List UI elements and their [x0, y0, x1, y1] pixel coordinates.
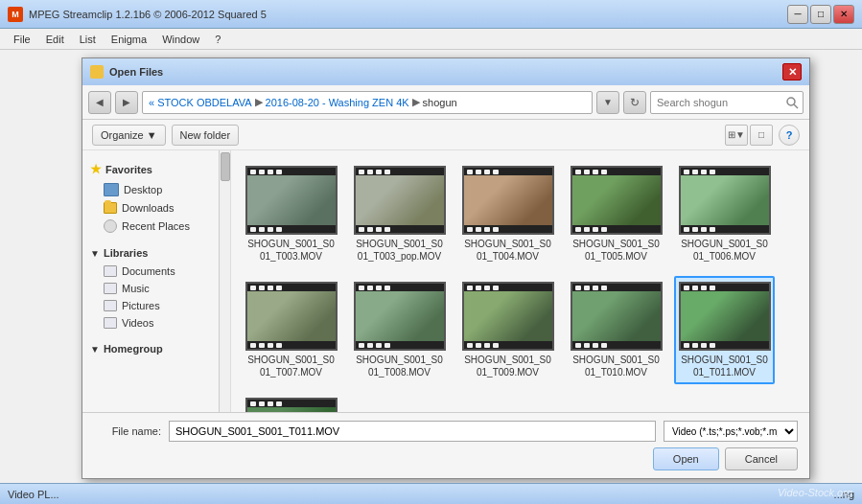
- view-icons-button[interactable]: ⊞▼: [725, 125, 748, 146]
- dialog-close-button[interactable]: ✕: [782, 63, 802, 80]
- menu-enigma[interactable]: Enigma: [104, 32, 154, 47]
- file-name-input[interactable]: [169, 421, 656, 442]
- file-type-select[interactable]: Video (*.ts;*.ps;*.vob;*.mpeg;*.: [664, 421, 798, 442]
- file-name: SHOGUN_S001_S001_T008.MOV: [355, 354, 444, 378]
- status-bar: Video PL... ...ng: [0, 483, 862, 504]
- watermark: Video-Stock.org: [778, 487, 852, 498]
- file-thumbnail: [462, 282, 554, 351]
- libraries-expand-icon: ▼: [90, 248, 100, 259]
- cancel-button[interactable]: Cancel: [725, 447, 798, 470]
- title-bar: M MPEG Streamclip 1.2.1b6 © 2006-2012 Sq…: [0, 0, 862, 29]
- file-grid: SHOGUN_S001_S001_T003.MOV SHOGUN_S001_S0…: [231, 150, 809, 412]
- status-left: Video PL...: [8, 489, 59, 500]
- organize-button[interactable]: Organize ▼: [92, 125, 166, 146]
- file-name: SHOGUN_S001_S001_T003_pop.MOV: [355, 238, 444, 263]
- breadcrumb-dropdown-button[interactable]: ▼: [596, 91, 619, 114]
- app-icon: M: [8, 7, 23, 22]
- address-bar: ◀ ▶ « STOCK OBDELAVA ▶ 2016-08-20 - Wash…: [82, 85, 809, 120]
- file-grid-container[interactable]: SHOGUN_S001_S001_T003.MOV SHOGUN_S001_S0…: [231, 150, 809, 412]
- file-thumbnail: [354, 282, 446, 351]
- videos-icon: [104, 317, 117, 329]
- sidebar-homegroup-header: ▼ Homegroup: [82, 339, 230, 358]
- file-name: SHOGUN_S001_S001_T005.MOV: [571, 238, 661, 263]
- minimize-button[interactable]: ─: [787, 5, 808, 24]
- breadcrumb-current: shogun: [423, 97, 457, 108]
- breadcrumb-part-1[interactable]: « STOCK OBDELAVA: [149, 97, 252, 108]
- close-app-button[interactable]: ✕: [833, 5, 854, 24]
- sidebar-item-desktop[interactable]: Desktop: [82, 180, 230, 199]
- dialog-buttons: Open Cancel: [94, 447, 798, 470]
- file-thumbnail: [679, 282, 771, 351]
- app-title: MPEG Streamclip 1.2.1b6 © 2006-2012 Squa…: [29, 9, 787, 20]
- file-item[interactable]: SHOGUN_S001_S001_T004.MOV: [457, 160, 558, 268]
- sidebar-item-videos[interactable]: Videos: [82, 314, 230, 332]
- file-thumbnail: [245, 282, 338, 351]
- file-item[interactable]: SHOGUN_S001_S001_T003_pop.MOV: [349, 160, 450, 268]
- sidebar-item-documents[interactable]: Documents: [82, 263, 230, 280]
- music-icon: [104, 283, 117, 294]
- sidebar: ★ Favorites Desktop Downloads Recent Pla…: [82, 150, 231, 412]
- new-folder-button[interactable]: New folder: [172, 125, 240, 146]
- open-button[interactable]: Open: [653, 447, 719, 470]
- breadcrumb-part-2[interactable]: 2016-08-20 - Washing ZEN 4K: [266, 97, 409, 108]
- file-item[interactable]: SHOGUN_S001_S001_T009.MOV: [457, 276, 558, 384]
- file-item[interactable]: SHOGUN_S001_S001_T005.MOV: [566, 160, 666, 268]
- sidebar-item-downloads[interactable]: Downloads: [82, 199, 230, 217]
- dialog-icon: [90, 65, 104, 79]
- file-name: SHOGUN_S001_S001_T010.MOV: [571, 354, 661, 378]
- dialog-help-button[interactable]: ?: [779, 125, 800, 146]
- file-thumbnail: [679, 166, 771, 235]
- menu-list[interactable]: List: [72, 32, 104, 47]
- sidebar-item-pictures[interactable]: Pictures: [82, 297, 230, 314]
- menu-help[interactable]: ?: [207, 32, 228, 47]
- file-name: SHOGUN_S001_S001_T006.MOV: [680, 238, 769, 263]
- app-window: M MPEG Streamclip 1.2.1b6 © 2006-2012 Sq…: [0, 0, 862, 504]
- file-item[interactable]: SHOGUN_S001_S001_T007.MOV: [241, 276, 341, 384]
- sidebar-item-recent-places[interactable]: Recent Places: [82, 217, 230, 236]
- open-files-dialog: Open Files ✕ ◀ ▶ « STOCK OBDELAVA ▶ 2016…: [82, 57, 810, 479]
- file-item[interactable]: SHOGUN_S001_S001_T006.MOV: [674, 160, 775, 268]
- file-item[interactable]: SHOGUN_S001_S001_T008.MOV: [349, 276, 450, 384]
- sidebar-item-music[interactable]: Music: [82, 280, 230, 297]
- dialog-title: Open Files: [109, 66, 782, 78]
- sidebar-scrollbar[interactable]: [219, 150, 230, 412]
- file-name-row: File name: Video (*.ts;*.ps;*.vob;*.mpeg…: [94, 421, 798, 442]
- desktop-icon: [104, 183, 119, 196]
- title-bar-buttons: ─ □ ✕: [787, 5, 854, 24]
- menu-window[interactable]: Window: [154, 32, 207, 47]
- file-thumbnail: [571, 166, 663, 235]
- sidebar-favorites-header: ★ Favorites: [82, 158, 230, 180]
- menu-file[interactable]: File: [6, 32, 38, 47]
- downloads-icon: [104, 202, 117, 214]
- file-item[interactable]: SHOGUN_S001_S001_T010.MOV: [566, 276, 666, 384]
- file-name: SHOGUN_S001_S001_T004.MOV: [463, 238, 552, 263]
- view-details-button[interactable]: □: [750, 125, 773, 146]
- forward-button[interactable]: ▶: [115, 91, 138, 114]
- view-buttons: ⊞▼ □: [725, 125, 773, 146]
- file-item[interactable]: SHOGUN_S001_S001_T003.MOV: [241, 160, 341, 268]
- documents-icon: [104, 265, 117, 277]
- maximize-button[interactable]: □: [810, 5, 831, 24]
- sidebar-libraries-header: ▼ Libraries: [82, 243, 230, 263]
- content-area: ★ Favorites Desktop Downloads Recent Pla…: [82, 150, 809, 412]
- file-name: SHOGUN_S001_S001_T007.MOV: [246, 354, 336, 378]
- file-item-partial[interactable]: [241, 392, 341, 412]
- file-thumbnail: [571, 282, 663, 351]
- file-thumbnail: [354, 166, 446, 235]
- address-breadcrumb[interactable]: « STOCK OBDELAVA ▶ 2016-08-20 - Washing …: [142, 91, 593, 114]
- dialog-bottom: File name: Video (*.ts;*.ps;*.vob;*.mpeg…: [82, 412, 809, 478]
- refresh-button[interactable]: ↻: [623, 91, 646, 114]
- search-input[interactable]: [650, 91, 804, 114]
- file-name: SHOGUN_S001_S001_T003.MOV: [246, 238, 336, 263]
- dialog-title-bar: Open Files ✕: [82, 58, 809, 85]
- file-thumbnail: [245, 166, 338, 235]
- file-name: SHOGUN_S001_S001_T009.MOV: [463, 354, 552, 378]
- back-button[interactable]: ◀: [88, 91, 111, 114]
- file-thumbnail-partial: [245, 398, 338, 412]
- menu-edit[interactable]: Edit: [38, 32, 72, 47]
- pictures-icon: [104, 300, 117, 311]
- toolbar: Organize ▼ New folder ⊞▼ □ ?: [82, 120, 809, 150]
- file-item-selected[interactable]: SHOGUN_S001_S001_T011.MOV: [674, 276, 775, 384]
- menu-bar: File Edit List Enigma Window ?: [0, 29, 862, 50]
- homegroup-expand-icon: ▼: [90, 344, 100, 355]
